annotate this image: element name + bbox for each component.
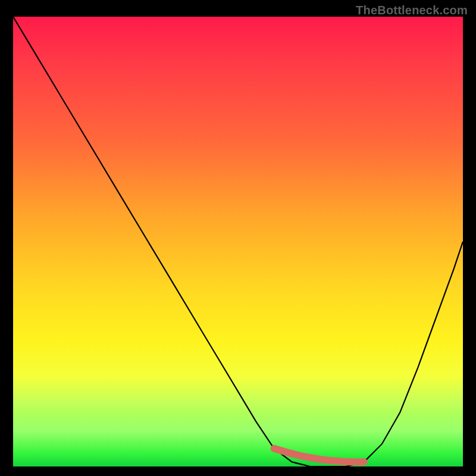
chart-frame: TheBottleneck.com [0, 0, 476, 476]
plot-area [13, 17, 463, 466]
optimal-marker [274, 449, 364, 462]
bottleneck-curve [13, 17, 463, 466]
curve-svg [13, 17, 463, 466]
watermark-text: TheBottleneck.com [356, 4, 468, 17]
